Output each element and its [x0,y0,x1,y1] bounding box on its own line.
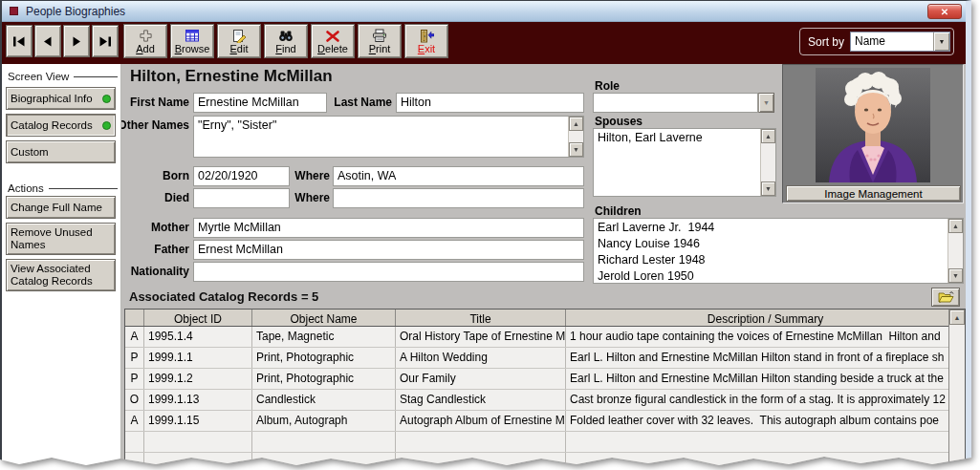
edit-button[interactable]: Edit [217,24,261,58]
died-where-field[interactable] [333,188,584,208]
first-name-field[interactable]: Ernestine McMillan [193,93,327,113]
scroll-up-icon[interactable]: ▲ [569,117,583,131]
description-cell[interactable]: Cast bronze figural candlestick in the f… [566,390,965,410]
role-dropdown[interactable] [593,93,758,113]
description-cell[interactable]: Folded leather cover with 32 leaves. Thi… [566,411,965,431]
spouses-listbox[interactable]: Hilton, Earl Laverne ▲ ▼ [593,128,776,197]
table-row[interactable]: A 1995.1.4 Tape, Magnetic Oral History T… [125,327,965,348]
last-record-button[interactable] [92,25,119,57]
object-id-cell[interactable]: 1999.1.2 [144,369,252,389]
screenshot-shadow: People Biographies ✕ Add Browse Edit [0,0,980,470]
portrait-photo [816,68,930,182]
title-cell[interactable]: Autograph Album of Ernestine M [396,411,566,431]
title-cell[interactable]: Oral History Tape of Ernestine M [396,327,566,347]
object-name-cell[interactable]: Print, Photographic [252,348,396,368]
edit-page-icon [231,29,247,43]
object-name-cell[interactable]: Print, Photographic [252,369,396,389]
table-row[interactable]: O 1999.1.13 Candlestick Stag Candlestick… [125,390,965,411]
sidebar-item-catalog-records[interactable]: Catalog Records [6,114,116,137]
record-type-cell[interactable]: A [125,327,144,347]
description-cell[interactable]: Earl L. Hilton and Ernestine McMillan Hi… [566,348,965,368]
role-dropdown-arrow-icon[interactable]: ▼ [758,93,774,113]
children-listbox[interactable]: Earl Laverne Jr. 1944 Nancy Louise 1946 … [593,218,964,284]
people-biographies-window: People Biographies ✕ Add Browse Edit [0,0,971,468]
title-cell[interactable]: Stag Candlestick [396,390,566,410]
object-id-cell[interactable]: 1999.1.15 [144,411,252,431]
remove-unused-names-button[interactable]: Remove Unused Names [6,223,116,255]
other-names-field[interactable]: "Erny", "Sister" ▲ ▼ [193,116,584,158]
exit-label: Exit [418,44,435,54]
born-label: Born [121,166,189,185]
scroll-down-icon[interactable]: ▼ [761,182,775,196]
object-name-cell[interactable]: Tape, Magnetic [252,327,396,347]
delete-button[interactable]: Delete [311,24,355,58]
table-scrollbar[interactable]: ▲ [948,310,965,468]
record-type-cell[interactable]: A [125,411,144,431]
change-full-name-button[interactable]: Change Full Name [6,196,116,219]
object-id-cell[interactable]: 1995.1.4 [144,327,252,347]
born-where-label: Where [291,166,330,185]
view-associated-catalog-records-button[interactable]: View Associated Catalog Records [6,259,116,291]
empty-cell [566,453,965,468]
first-record-button[interactable] [6,25,33,57]
exit-door-icon [419,29,434,43]
object-id-cell[interactable]: 1999.1.13 [144,390,252,410]
empty-cell [125,432,144,452]
other-names-scrollbar[interactable]: ▲ ▼ [568,117,583,157]
scroll-down-icon[interactable]: ▼ [569,142,583,157]
sidebar-item-biographical-info[interactable]: Biographical Info [6,87,116,110]
first-record-icon [12,36,26,47]
previous-record-button[interactable] [34,25,61,57]
remove-unused-names-label: Remove Unused Names [11,226,111,251]
actions-header: Actions [8,182,118,194]
record-type-cell[interactable]: P [125,348,144,368]
image-management-button[interactable]: Image Management [786,185,961,202]
object-name-cell[interactable]: Candlestick [252,390,396,410]
last-name-field[interactable]: Hilton [396,93,584,113]
exit-button[interactable]: Exit [404,24,448,58]
table-row[interactable]: A 1999.1.15 Album, Autograph Autograph A… [125,411,965,432]
table-row[interactable]: P 1999.1.2 Print, Photographic Our Famil… [125,369,965,390]
edit-label: Edit [230,44,249,54]
record-type-cell[interactable]: P [125,369,144,389]
child-item: Jerold Loren 1950 [594,267,963,284]
empty-cell [144,432,252,452]
table-row[interactable]: P 1999.1.1 Print, Photographic A Hilton … [125,348,965,369]
sidebar: Screen View Biographical Info Catalog Re… [2,64,121,468]
record-type-cell[interactable]: O [125,390,144,410]
children-scrollbar[interactable]: ▲ ▼ [947,219,963,283]
spouses-scrollbar[interactable]: ▲ ▼ [760,129,775,196]
died-where-label: Where [291,188,330,207]
browse-button[interactable]: Browse [170,24,214,58]
close-button[interactable]: ✕ [927,4,962,19]
empty-cell [144,453,252,468]
scroll-down-icon[interactable]: ▼ [948,268,963,283]
find-button[interactable]: Find [264,24,308,58]
next-record-button[interactable] [63,25,90,57]
title-cell[interactable]: A Hilton Wedding [396,348,566,368]
sidebar-item-custom[interactable]: Custom [6,140,116,163]
object-name-cell[interactable]: Album, Autograph [252,411,396,431]
child-item: Richard Lester 1948 [594,251,963,267]
add-button[interactable]: Add [123,24,167,58]
print-button[interactable]: Print [358,24,402,58]
scroll-up-icon[interactable]: ▲ [949,310,965,325]
sort-dropdown-arrow-icon[interactable]: ▼ [933,32,949,51]
scroll-up-icon[interactable]: ▲ [948,219,963,233]
title-cell[interactable]: Our Family [396,369,566,389]
died-field[interactable] [193,188,290,208]
scroll-up-icon[interactable]: ▲ [761,129,775,143]
father-field[interactable]: Ernest McMillan [193,240,584,260]
sort-by-dropdown[interactable]: Name ▼ [850,32,950,52]
born-field[interactable]: 02/20/1920 [193,166,290,186]
died-label: Died [121,188,189,207]
born-where-field[interactable]: Asotin, WA [333,166,584,186]
open-catalog-record-button[interactable] [931,288,960,307]
catalog-records-table: Object ID Object Name Title Description … [124,309,966,468]
description-cell[interactable]: Earl L. Hilton and Ernestine McMillan Hi… [566,369,965,389]
mother-field[interactable]: Myrtle McMillan [193,218,584,238]
object-id-cell[interactable]: 1999.1.1 [144,348,252,368]
description-cell[interactable]: 1 hour audio tape containing the voices … [566,327,965,347]
last-name-label: Last Name [331,93,392,112]
nationality-field[interactable] [193,262,584,282]
